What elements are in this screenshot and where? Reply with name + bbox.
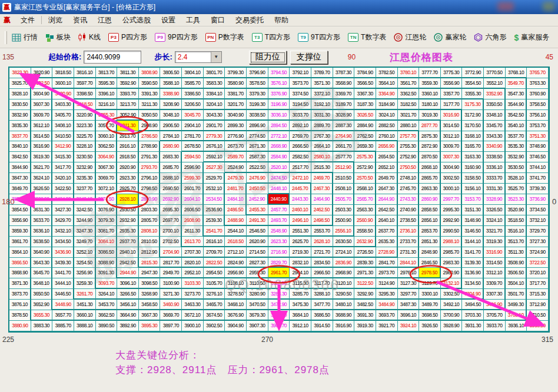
resistance-button[interactable]: 阻力位 [249, 51, 287, 64]
gann-cell: 2702.50 [160, 237, 182, 247]
gann-cell: 3288.10 [311, 289, 333, 300]
p-square-icon: P3 [108, 33, 119, 42]
start-price-input[interactable] [84, 51, 141, 64]
gann-center-cell: 2440.90 [268, 194, 290, 205]
gann-cell: 3108.10 [225, 278, 247, 289]
gann-cell: 2899.30 [225, 121, 247, 131]
toolbar-button-9t-square[interactable]: T99T四方形 [298, 32, 340, 42]
gann-cell: 2496.10 [290, 215, 311, 226]
gann-cell: 2515.30 [311, 162, 333, 173]
gann-cell: 3566.50 [354, 78, 376, 89]
gann-cell: 3696.10 [398, 310, 420, 321]
gann-cell: 2988.10 [441, 237, 463, 247]
gann-cell: 3784.90 [354, 68, 376, 78]
gann-cell: 2467.30 [311, 184, 333, 194]
toolbar-button-t-square[interactable]: T3T四方形 [252, 32, 290, 42]
gann-cell: 3297.70 [398, 289, 420, 300]
support-button[interactable]: 支撑位 [290, 51, 328, 64]
toolbar-label: 板块 [57, 32, 71, 42]
toolbar-button-t-number-table[interactable]: TNT数字表 [348, 32, 386, 42]
gann-cell: 3840.10 [9, 141, 31, 152]
gann-cell: 3355.30 [462, 89, 484, 99]
gann-cell: 3220.90 [74, 110, 96, 121]
gann-cell: 3134.50 [462, 278, 484, 289]
gann-cell: 3055.30 [96, 110, 118, 121]
gann-cell: 2796.10 [139, 173, 161, 184]
gann-cell: 2575.30 [354, 152, 376, 162]
toolbar-button-p-number-table[interactable]: PNP数字表 [205, 32, 244, 42]
gann-cell: 2450.50 [247, 184, 268, 194]
gann-cell: 3007.30 [441, 152, 463, 162]
gann-cell: 3902.50 [204, 321, 225, 331]
gann-cell: 2692.90 [160, 194, 182, 205]
gann-cell: 3926.50 [419, 321, 441, 331]
gann-cell: 2474.50 [268, 173, 290, 184]
gann-cell: 2822.50 [204, 258, 225, 268]
gann-cell: 3477.70 [311, 300, 333, 310]
toolbar-button-gann-wheel[interactable]: 江恩轮 [394, 32, 426, 42]
gann-cell: 3748.90 [527, 141, 549, 152]
gann-cell: 2952.10 [182, 268, 204, 278]
gann-cell: 3849.70 [9, 184, 31, 194]
menu-item-9[interactable]: 交易委托 [230, 14, 269, 26]
gann-cell: 3700.90 [441, 310, 463, 321]
menu-item-3[interactable]: 资讯 [68, 14, 92, 26]
gann-cell: 2844.10 [398, 258, 420, 268]
gann-cell: 3559.30 [419, 78, 441, 89]
gann-cell: 2769.70 [290, 131, 311, 142]
menu-item-8[interactable]: 窗口 [205, 14, 230, 26]
gann-cell: 3062.50 [96, 141, 118, 152]
gann-cell: 2685.70 [160, 162, 182, 173]
gann-cell: 3120.10 [333, 278, 355, 289]
gann-cell: 3528.10 [506, 173, 527, 184]
menu-item-10[interactable]: 帮助 [269, 14, 294, 26]
menu-item-4[interactable]: 江恩 [92, 14, 117, 26]
gann-cell: 3254.50 [74, 258, 96, 268]
gann-cell: 3036.10 [268, 110, 290, 121]
gann-cell: 3285.70 [290, 289, 311, 300]
step-combobox[interactable]: 2.4 ▼ [175, 51, 222, 63]
toolbar-button-quote-table[interactable]: 行情 [12, 32, 38, 42]
gann-cell: 3820.90 [31, 68, 53, 78]
gann-cell: 2925.70 [117, 184, 139, 194]
gann-cell: 3201.70 [225, 99, 247, 110]
menu-item-6[interactable]: 设置 [156, 14, 181, 26]
toolbar-button-winner-wheel[interactable]: 赢家轮 [434, 32, 466, 42]
gann-cell: 2488.90 [225, 215, 247, 226]
gann-cell: 2479.30 [225, 173, 247, 184]
gann-cell: 3609.70 [31, 110, 53, 121]
toolbar-button-dollar-service[interactable]: $赢家服务 [514, 32, 549, 42]
gann-cell: 3014.50 [441, 121, 463, 131]
menu-item-5[interactable]: 公式选股 [117, 14, 156, 26]
gann-cell: 3808.90 [139, 68, 161, 78]
gann-cell: 2851.30 [419, 237, 441, 247]
gann-cell: 3153.70 [462, 194, 484, 205]
menu-item-1[interactable]: 文件 [15, 14, 40, 26]
toolbar-button-p-square[interactable]: P3P四方形 [108, 32, 147, 42]
gann-cell: 2472.10 [290, 173, 311, 184]
chevron-down-icon[interactable]: ▼ [211, 52, 221, 62]
gann-cell: 3854.50 [9, 205, 31, 215]
toolbar-button-hexagon[interactable]: 六角形 [474, 32, 506, 42]
gann-cell: 2930.50 [117, 205, 139, 215]
gann-cell: 3357.70 [441, 89, 463, 99]
gann-cell: 2745.70 [398, 184, 420, 194]
toolbar-button-kline-candles[interactable]: K线 [78, 32, 101, 42]
gann-cell: 3657.70 [52, 310, 74, 321]
gann-cell: 2558.50 [354, 226, 376, 237]
gann-cell: 3084.10 [96, 237, 118, 247]
gann-cell: 3182.50 [398, 99, 420, 110]
menu-item-2[interactable]: 浏览 [43, 14, 68, 26]
gann-cell: 3602.50 [31, 78, 53, 89]
gann-cell: 2947.30 [139, 268, 161, 278]
menu-item-7[interactable]: 工具 [181, 14, 205, 26]
toolbar-button-9p-square[interactable]: P99P四方形 [155, 32, 198, 42]
toolbar-button-sector-blocks[interactable]: 板块 [45, 32, 71, 42]
gann-cell: 3561.70 [398, 78, 420, 89]
gann-cell: 3552.10 [484, 78, 506, 89]
gann-cell: 3259.30 [74, 278, 96, 289]
gann-cell: 3403.30 [52, 99, 74, 110]
gann-cell: 2659.30 [354, 141, 376, 152]
gann-key-cell-2961.70: 2961.70 [268, 268, 290, 278]
gann-cell: 2620.90 [247, 237, 268, 247]
